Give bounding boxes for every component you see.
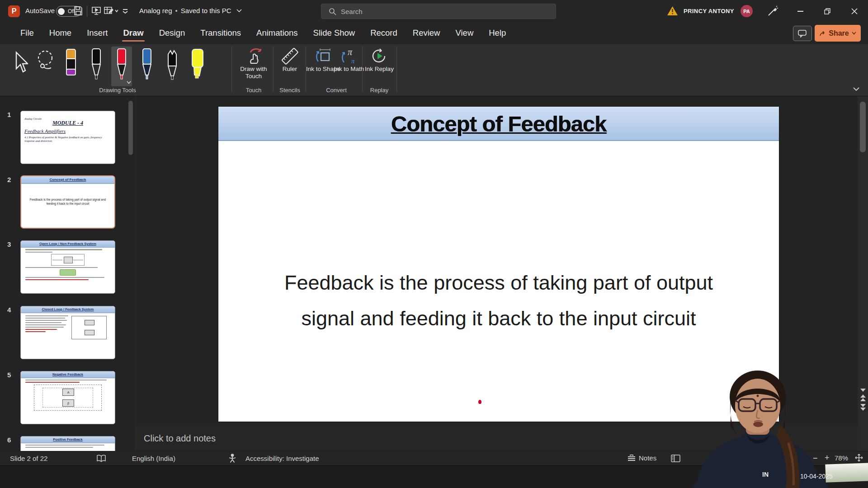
thumb-text-lines	[25, 445, 104, 446]
select-tool[interactable]	[10, 47, 31, 86]
search-input[interactable]: Search	[321, 4, 556, 19]
tab-transitions[interactable]: Transitions	[193, 23, 249, 44]
thumbnail-slide-1[interactable]: Analog Circuits MODULE - 4 Feedback Ampl…	[20, 111, 115, 164]
share-icon	[819, 30, 826, 37]
zoom-level[interactable]: 78%	[835, 454, 848, 462]
start-slideshow-icon[interactable]	[92, 6, 101, 18]
pen-options-chevron-icon[interactable]	[127, 81, 131, 84]
ribbon: Drawing Tools Draw with Touch Touch Rule…	[0, 44, 868, 96]
save-icon[interactable]	[74, 6, 83, 18]
pen-red-tool[interactable]	[111, 47, 132, 86]
thumb5-title: Negative Feedback	[21, 371, 115, 378]
ribbon-tabs: File Home Insert Draw Design Transitions…	[0, 23, 868, 44]
ink-replay-button[interactable]: Ink Replay	[360, 47, 399, 73]
close-button[interactable]	[844, 0, 864, 23]
thumbnail-number: 1	[7, 111, 11, 118]
pencil-tool[interactable]	[162, 47, 183, 86]
thumb1-line1: MODULE - 4	[24, 120, 111, 127]
spellcheck-book-icon[interactable]	[96, 455, 106, 463]
collapse-ribbon-icon[interactable]	[853, 87, 860, 91]
notes-toggle-button[interactable]: Notes	[627, 454, 656, 462]
thumb-text-lines	[25, 380, 107, 380]
replay-group-label: Replay	[361, 87, 397, 94]
account-avatar[interactable]: PA	[741, 5, 753, 17]
thumbnail-number: 4	[7, 306, 11, 314]
normal-view-icon[interactable]	[671, 455, 680, 462]
tab-animations[interactable]: Animations	[249, 23, 306, 44]
notes-icon	[627, 455, 636, 461]
thumbnail-slide-6[interactable]: Positive Feedback	[20, 436, 115, 451]
input-language-indicator[interactable]: IN	[762, 471, 769, 478]
slide-title[interactable]: Concept of Feedback	[218, 111, 779, 136]
thumbnail-slide-5[interactable]: Negative Feedback A β	[20, 371, 115, 424]
tab-file[interactable]: File	[13, 23, 42, 44]
next-slide-button[interactable]	[860, 404, 866, 411]
thumbnail-slide-4[interactable]: Closed Loop / Feedback System	[20, 306, 115, 359]
minimize-button[interactable]	[790, 0, 810, 23]
title-bar: P AutoSave Off A	[0, 0, 868, 23]
scroll-down-arrow[interactable]	[860, 389, 866, 392]
zoom-in-button[interactable]: +	[825, 453, 830, 463]
thumb4-feedback-diagram	[71, 316, 107, 339]
slide-canvas[interactable]: Concept of Feedback Feedback is the proc…	[218, 107, 779, 422]
tab-design[interactable]: Design	[151, 23, 193, 44]
lasso-select-tool[interactable]	[35, 47, 56, 86]
autosave-label: AutoSave	[25, 7, 55, 14]
tab-slideshow[interactable]: Slide Show	[306, 23, 363, 44]
thumbnail-slide-2[interactable]: Concept of Feedback Feedback is the proc…	[20, 175, 115, 229]
notes-pane[interactable]: Click to add notes	[136, 426, 858, 451]
presenter-pen-icon[interactable]	[767, 5, 778, 19]
thumb6-title: Positive Feedback	[21, 436, 115, 443]
thumbnail-scrollbar-thumb[interactable]	[128, 101, 133, 155]
grid-pen-icon[interactable]	[104, 6, 118, 18]
thumb5-feedback-diagram: A β	[34, 385, 102, 411]
taskbar: P	[0, 465, 868, 488]
slide-body-line2: signal and feeding it back to the input …	[218, 300, 779, 336]
highlighter-tool[interactable]	[187, 47, 208, 86]
quick-access-more-icon[interactable]	[122, 6, 128, 18]
document-title[interactable]: Analog reg • Saved to this PC	[139, 7, 242, 14]
zoom-out-button[interactable]: −	[813, 454, 818, 463]
thumb-text-lines	[25, 318, 65, 319]
share-button[interactable]: Share	[815, 25, 861, 42]
status-bar: Slide 2 of 22 English (India) Accessibil…	[0, 451, 868, 465]
ribbon-divider	[231, 46, 232, 92]
tab-help[interactable]: Help	[481, 23, 514, 44]
draw-with-touch-button[interactable]: Draw with Touch	[234, 47, 273, 80]
tab-draw[interactable]: Draw	[115, 23, 151, 44]
thumbnail-slide-3[interactable]: Open Loop / Non Feedback System	[20, 240, 115, 294]
accessibility-status[interactable]: Accessibility: Investigate	[245, 455, 319, 462]
accessibility-icon[interactable]	[228, 454, 236, 463]
svg-text:π: π	[348, 47, 353, 57]
comments-button[interactable]	[793, 26, 812, 41]
pen-black-tool[interactable]	[86, 47, 107, 86]
tab-insert[interactable]: Insert	[79, 23, 115, 44]
thumbnail-number: 3	[7, 240, 11, 248]
taskbar-date[interactable]: 10-04-2025	[800, 473, 833, 480]
thumb-text-lines	[25, 327, 64, 328]
slide-body-text[interactable]: Feedback is the process of taking part o…	[218, 265, 779, 336]
tab-home[interactable]: Home	[42, 23, 79, 44]
account-name[interactable]: PRINCY ANTONY	[684, 8, 734, 14]
thumbnail-number: 2	[7, 176, 11, 183]
fit-slide-to-window-icon[interactable]	[854, 453, 863, 464]
eraser-tool[interactable]	[61, 47, 81, 86]
tab-record[interactable]: Record	[363, 23, 405, 44]
previous-slide-button[interactable]	[860, 394, 866, 401]
pen-blue-tool[interactable]	[137, 47, 157, 86]
slide-indicator[interactable]: Slide 2 of 22	[10, 455, 47, 462]
language-status[interactable]: English (India)	[132, 455, 175, 462]
share-label: Share	[829, 29, 849, 38]
thumb1-corner-note: Analog Circuits	[24, 117, 42, 120]
tab-review[interactable]: Review	[405, 23, 448, 44]
svg-text:π: π	[351, 57, 355, 65]
thumbnail-number: 5	[7, 371, 11, 379]
restore-button[interactable]	[817, 0, 837, 23]
warning-icon[interactable]	[667, 6, 678, 18]
stencils-group-label: Stencils	[272, 87, 308, 94]
search-icon	[329, 8, 336, 15]
comment-icon	[798, 30, 807, 38]
scrollbar-thumb[interactable]	[860, 102, 866, 152]
tab-view[interactable]: View	[448, 23, 481, 44]
doc-name: Analog reg	[139, 7, 172, 14]
